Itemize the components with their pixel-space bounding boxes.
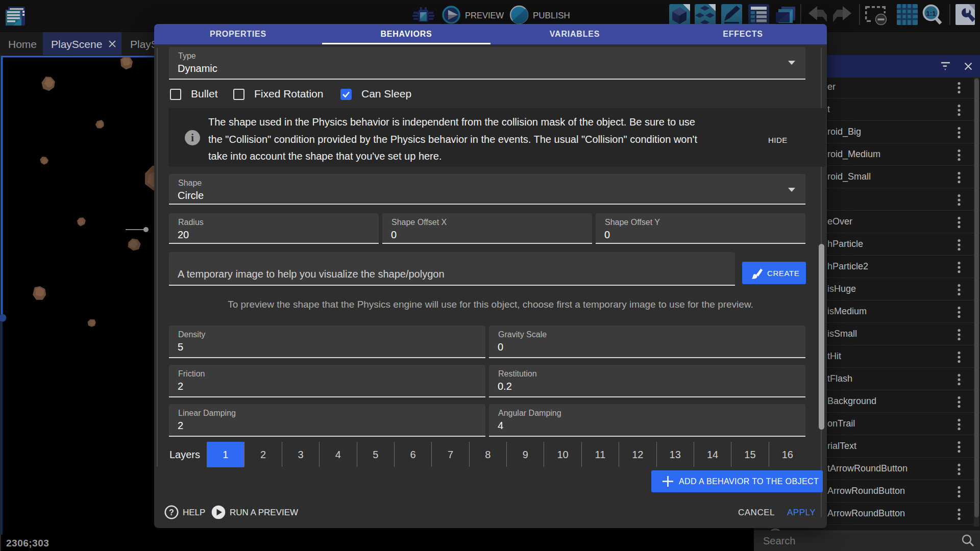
svg-text:PUBLISH: PUBLISH [533, 11, 570, 20]
svg-text:1:1: 1:1 [926, 10, 936, 17]
svg-text:PREVIEW: PREVIEW [465, 11, 504, 20]
svg-text:?: ? [169, 508, 174, 517]
